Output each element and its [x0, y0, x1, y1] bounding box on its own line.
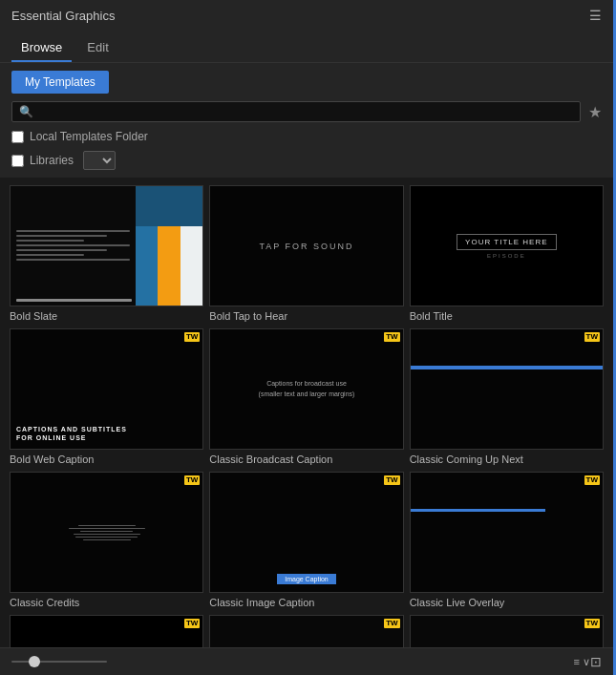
tw-badge: TW — [184, 619, 200, 628]
template-item-broadcast[interactable]: TW Captions for broadcast use(smaller te… — [209, 328, 403, 466]
local-templates-row: Local Templates Folder — [11, 130, 602, 143]
template-thumb-image-caption: TW Image Caption — [209, 472, 403, 593]
template-label-bold-title: Bold Title — [410, 309, 604, 323]
slate-right — [136, 186, 202, 306]
slate-line — [16, 235, 107, 237]
template-thumb-broadcast: TW Captions for broadcast use(smaller te… — [209, 328, 403, 450]
credits-line — [80, 531, 133, 532]
template-thumb-live-overlay: TW — [410, 472, 604, 593]
tap-text: Tap for Sound — [259, 242, 353, 251]
essential-graphics-panel: Essential Graphics ☰ Browse Edit My Temp… — [0, 0, 616, 675]
templates-grid: Bold Slate Tap for Sound Bold Tap to Hea… — [10, 185, 604, 647]
slate-line — [16, 259, 130, 261]
libraries-checkbox[interactable] — [11, 155, 24, 167]
tw-badge: TW — [584, 332, 600, 342]
tw-badge: TW — [384, 475, 399, 485]
local-templates-label: Local Templates Folder — [30, 130, 148, 143]
template-thumb-empty1: TW — [209, 615, 403, 647]
template-label-bold-tap: Bold Tap to Hear — [209, 309, 403, 323]
slate-line — [16, 249, 107, 251]
live-bar — [411, 509, 545, 512]
libraries-row: Libraries — [11, 151, 602, 170]
template-item-empty1[interactable]: TW — [209, 615, 403, 647]
template-label-credits: Classic Credits — [10, 596, 203, 609]
coming-up-bar — [411, 366, 603, 369]
search-input[interactable] — [38, 105, 573, 118]
star-icon[interactable]: ★ — [588, 103, 602, 121]
sort-arrow: ∨ — [583, 656, 590, 668]
slate-left — [11, 186, 136, 306]
my-templates-button[interactable]: My Templates — [11, 71, 109, 94]
tw-badge: TW — [184, 332, 200, 342]
template-item-bold-web[interactable]: TW Captions and Subtitlesfor Online Use … — [10, 328, 203, 466]
zoom-row — [11, 661, 574, 663]
zoom-slider[interactable] — [11, 661, 107, 663]
slate-color-row — [136, 226, 202, 306]
template-label-live-overlay: Classic Live Overlay — [410, 596, 604, 609]
new-item-button[interactable]: ⊡ — [590, 654, 602, 669]
templates-grid-area: Bold Slate Tap for Sound Bold Tap to Hea… — [0, 178, 613, 647]
template-thumb-bold-slate — [10, 185, 203, 306]
credits-line — [83, 539, 131, 540]
credits-line — [75, 537, 138, 538]
toolbar: My Templates 🔍 ★ Local Templates Folder … — [0, 63, 613, 178]
bottom-bar: ≡ ∨ ⊡ — [0, 647, 613, 675]
sort-button[interactable]: ≡ ∨ — [574, 656, 590, 668]
template-label-image-caption: Classic Image Caption — [209, 596, 403, 609]
slate-top-color — [136, 186, 202, 226]
tw-badge: TW — [584, 475, 600, 485]
template-item-bold-tap[interactable]: Tap for Sound Bold Tap to Hear — [209, 185, 403, 323]
tab-edit[interactable]: Edit — [77, 36, 117, 62]
template-label-bold-slate: Bold Slate — [10, 309, 203, 323]
bold-title-box: YOUR TITLE HERE — [457, 234, 556, 250]
tw-badge: TW — [584, 619, 600, 628]
template-label-broadcast: Classic Broadcast Caption — [209, 453, 403, 466]
broadcast-text: Captions for broadcast use(smaller text … — [259, 379, 355, 399]
template-label-coming-up: Classic Coming Up Next — [410, 453, 604, 466]
slate-blue — [136, 226, 158, 306]
web-cap-text: Captions and Subtitlesfor Online Use — [16, 425, 127, 444]
credits-lines — [69, 525, 145, 540]
template-thumb-logo: TW LOGOTYPE — [10, 615, 203, 647]
slate-line — [16, 240, 84, 242]
tw-badge: TW — [384, 332, 399, 342]
template-item-partial1[interactable]: TW — [410, 615, 604, 647]
template-thumb-bold-tap: Tap for Sound — [209, 185, 403, 306]
tw-badge: TW — [384, 619, 399, 628]
template-item-coming-up[interactable]: TW Classic Coming Up Next — [410, 328, 604, 466]
credits-line — [69, 528, 145, 529]
tab-bar: Browse Edit — [0, 31, 613, 63]
libraries-label: Libraries — [30, 154, 74, 167]
template-thumb-coming-up: TW — [410, 328, 604, 450]
slate-bottom-bar — [16, 299, 132, 302]
panel-header: Essential Graphics ☰ — [0, 0, 613, 31]
sort-icon: ≡ — [574, 656, 580, 667]
template-item-live-overlay[interactable]: TW Classic Live Overlay — [410, 472, 604, 609]
tw-badge: TW — [184, 475, 200, 485]
credits-line — [78, 525, 136, 526]
search-row: 🔍 ★ — [11, 101, 602, 122]
menu-icon[interactable]: ☰ — [589, 8, 602, 23]
template-thumb-bold-title: YOUR TITLE HERE EPISODE — [410, 185, 604, 306]
template-item-image-caption[interactable]: TW Image Caption Classic Image Caption — [209, 472, 403, 609]
slate-content — [11, 186, 202, 306]
slate-line — [16, 230, 130, 232]
template-item-logo[interactable]: TW LOGOTYPE Classic Logo Reveal — [10, 615, 203, 647]
template-thumb-partial1: TW — [410, 615, 604, 647]
tab-browse[interactable]: Browse — [11, 36, 72, 62]
slate-yellow — [158, 226, 180, 306]
search-box[interactable]: 🔍 — [11, 101, 581, 122]
template-thumb-bold-web: TW Captions and Subtitlesfor Online Use — [10, 328, 203, 450]
template-label-bold-web: Bold Web Caption — [10, 453, 203, 466]
search-icon: 🔍 — [19, 105, 33, 118]
slate-white — [181, 226, 202, 306]
template-item-bold-slate[interactable]: Bold Slate — [10, 185, 203, 323]
template-thumb-credits: TW — [10, 472, 203, 593]
template-item-bold-title[interactable]: YOUR TITLE HERE EPISODE Bold Title — [410, 185, 604, 323]
template-item-credits[interactable]: TW Classic Credits — [10, 472, 203, 609]
credits-line — [74, 534, 140, 535]
slate-line — [16, 244, 130, 246]
libraries-dropdown[interactable] — [83, 151, 116, 170]
local-templates-checkbox[interactable] — [11, 131, 24, 143]
panel-title: Essential Graphics — [11, 9, 115, 23]
